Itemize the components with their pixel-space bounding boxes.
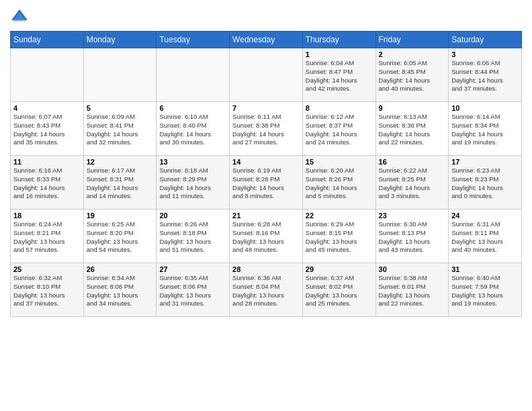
calendar: SundayMondayTuesdayWednesdayThursdayFrid…: [10, 31, 522, 317]
day-number: 18: [13, 212, 81, 220]
day-number: 17: [451, 158, 519, 166]
day-info: Sunrise: 6:20 AM Sunset: 8:26 PM Dayligh…: [306, 167, 373, 201]
calendar-cell: 28Sunrise: 6:36 AM Sunset: 8:04 PM Dayli…: [230, 263, 303, 317]
day-number: 29: [306, 265, 373, 273]
calendar-cell: [230, 48, 303, 102]
calendar-cell: 30Sunrise: 6:38 AM Sunset: 8:01 PM Dayli…: [375, 263, 449, 317]
calendar-cell: 21Sunrise: 6:28 AM Sunset: 8:16 PM Dayli…: [230, 210, 303, 263]
day-number: 24: [451, 212, 519, 220]
week-row-3: 11Sunrise: 6:16 AM Sunset: 8:33 PM Dayli…: [11, 156, 522, 210]
day-number: 30: [379, 265, 446, 273]
day-number: 12: [87, 158, 154, 166]
calendar-cell: 2Sunrise: 6:05 AM Sunset: 8:45 PM Daylig…: [375, 48, 449, 102]
day-header-saturday: Saturday: [449, 32, 522, 48]
calendar-cell: 24Sunrise: 6:31 AM Sunset: 8:11 PM Dayli…: [449, 210, 522, 263]
day-info: Sunrise: 6:10 AM Sunset: 8:40 PM Dayligh…: [159, 113, 226, 147]
day-info: Sunrise: 6:05 AM Sunset: 8:45 PM Dayligh…: [379, 59, 446, 93]
day-info: Sunrise: 6:06 AM Sunset: 8:44 PM Dayligh…: [451, 59, 519, 93]
day-info: Sunrise: 6:19 AM Sunset: 8:28 PM Dayligh…: [232, 167, 300, 201]
day-info: Sunrise: 6:37 AM Sunset: 8:02 PM Dayligh…: [306, 274, 373, 308]
day-info: Sunrise: 6:32 AM Sunset: 8:10 PM Dayligh…: [13, 274, 81, 308]
day-number: 11: [13, 158, 81, 166]
day-info: Sunrise: 6:25 AM Sunset: 8:20 PM Dayligh…: [87, 220, 154, 255]
day-header-friday: Friday: [375, 32, 449, 48]
day-info: Sunrise: 6:26 AM Sunset: 8:18 PM Dayligh…: [159, 220, 226, 255]
day-info: Sunrise: 6:38 AM Sunset: 8:01 PM Dayligh…: [379, 274, 446, 308]
day-number: 31: [451, 265, 519, 273]
day-info: Sunrise: 6:11 AM Sunset: 8:38 PM Dayligh…: [232, 113, 300, 147]
day-number: 13: [159, 158, 226, 166]
calendar-cell: 12Sunrise: 6:17 AM Sunset: 8:31 PM Dayli…: [83, 156, 157, 210]
day-info: Sunrise: 6:29 AM Sunset: 8:15 PM Dayligh…: [306, 220, 373, 255]
calendar-cell: 15Sunrise: 6:20 AM Sunset: 8:26 PM Dayli…: [302, 156, 375, 210]
logo-icon: [10, 7, 29, 26]
calendar-cell: 18Sunrise: 6:24 AM Sunset: 8:21 PM Dayli…: [11, 210, 84, 263]
day-info: Sunrise: 6:12 AM Sunset: 8:37 PM Dayligh…: [306, 113, 373, 147]
header-row: SundayMondayTuesdayWednesdayThursdayFrid…: [11, 32, 522, 48]
day-info: Sunrise: 6:17 AM Sunset: 8:31 PM Dayligh…: [87, 167, 154, 201]
calendar-cell: 4Sunrise: 6:07 AM Sunset: 8:43 PM Daylig…: [11, 102, 84, 156]
day-number: 6: [159, 104, 226, 112]
calendar-cell: 10Sunrise: 6:14 AM Sunset: 8:34 PM Dayli…: [449, 102, 522, 156]
calendar-cell: 16Sunrise: 6:22 AM Sunset: 8:25 PM Dayli…: [375, 156, 449, 210]
day-info: Sunrise: 6:09 AM Sunset: 8:41 PM Dayligh…: [87, 113, 154, 147]
day-number: 23: [379, 212, 446, 220]
week-row-5: 25Sunrise: 6:32 AM Sunset: 8:10 PM Dayli…: [11, 263, 522, 317]
day-info: Sunrise: 6:24 AM Sunset: 8:21 PM Dayligh…: [13, 220, 81, 255]
day-header-wednesday: Wednesday: [230, 32, 303, 48]
page: SundayMondayTuesdayWednesdayThursdayFrid…: [0, 0, 532, 411]
day-header-tuesday: Tuesday: [157, 32, 230, 48]
day-info: Sunrise: 6:40 AM Sunset: 7:59 PM Dayligh…: [451, 274, 519, 308]
week-row-1: 1Sunrise: 6:04 AM Sunset: 8:47 PM Daylig…: [11, 48, 522, 102]
calendar-cell: 25Sunrise: 6:32 AM Sunset: 8:10 PM Dayli…: [11, 263, 84, 317]
week-row-4: 18Sunrise: 6:24 AM Sunset: 8:21 PM Dayli…: [11, 210, 522, 263]
calendar-cell: 14Sunrise: 6:19 AM Sunset: 8:28 PM Dayli…: [230, 156, 303, 210]
day-info: Sunrise: 6:04 AM Sunset: 8:47 PM Dayligh…: [306, 59, 373, 93]
calendar-cell: 20Sunrise: 6:26 AM Sunset: 8:18 PM Dayli…: [157, 210, 230, 263]
calendar-cell: 27Sunrise: 6:35 AM Sunset: 8:06 PM Dayli…: [157, 263, 230, 317]
day-number: 5: [87, 104, 154, 112]
day-info: Sunrise: 6:35 AM Sunset: 8:06 PM Dayligh…: [159, 274, 226, 308]
day-number: 19: [87, 212, 154, 220]
day-header-monday: Monday: [83, 32, 157, 48]
day-number: 27: [159, 265, 226, 273]
day-number: 15: [306, 158, 373, 166]
day-info: Sunrise: 6:31 AM Sunset: 8:11 PM Dayligh…: [451, 220, 519, 255]
day-info: Sunrise: 6:34 AM Sunset: 8:08 PM Dayligh…: [87, 274, 154, 308]
day-info: Sunrise: 6:36 AM Sunset: 8:04 PM Dayligh…: [232, 274, 300, 308]
day-number: 25: [13, 265, 81, 273]
day-info: Sunrise: 6:30 AM Sunset: 8:13 PM Dayligh…: [379, 220, 446, 255]
calendar-cell: [157, 48, 230, 102]
calendar-cell: 22Sunrise: 6:29 AM Sunset: 8:15 PM Dayli…: [302, 210, 375, 263]
day-info: Sunrise: 6:16 AM Sunset: 8:33 PM Dayligh…: [13, 167, 81, 201]
day-info: Sunrise: 6:18 AM Sunset: 8:29 PM Dayligh…: [159, 167, 226, 201]
day-number: 2: [379, 50, 446, 58]
calendar-cell: [11, 48, 84, 102]
day-header-sunday: Sunday: [11, 32, 84, 48]
calendar-cell: 29Sunrise: 6:37 AM Sunset: 8:02 PM Dayli…: [302, 263, 375, 317]
day-info: Sunrise: 6:22 AM Sunset: 8:25 PM Dayligh…: [379, 167, 446, 201]
day-number: 16: [379, 158, 446, 166]
day-number: 3: [451, 50, 519, 58]
day-number: 26: [87, 265, 154, 273]
day-number: 1: [306, 50, 373, 58]
calendar-cell: 17Sunrise: 6:23 AM Sunset: 8:23 PM Dayli…: [449, 156, 522, 210]
calendar-cell: 11Sunrise: 6:16 AM Sunset: 8:33 PM Dayli…: [11, 156, 84, 210]
day-info: Sunrise: 6:23 AM Sunset: 8:23 PM Dayligh…: [451, 167, 519, 201]
day-header-thursday: Thursday: [302, 32, 375, 48]
day-number: 8: [306, 104, 373, 112]
calendar-cell: 19Sunrise: 6:25 AM Sunset: 8:20 PM Dayli…: [83, 210, 157, 263]
week-row-2: 4Sunrise: 6:07 AM Sunset: 8:43 PM Daylig…: [11, 102, 522, 156]
day-number: 28: [232, 265, 300, 273]
calendar-cell: 5Sunrise: 6:09 AM Sunset: 8:41 PM Daylig…: [83, 102, 157, 156]
calendar-cell: 31Sunrise: 6:40 AM Sunset: 7:59 PM Dayli…: [449, 263, 522, 317]
calendar-cell: 9Sunrise: 6:13 AM Sunset: 8:36 PM Daylig…: [375, 102, 449, 156]
day-info: Sunrise: 6:28 AM Sunset: 8:16 PM Dayligh…: [232, 220, 300, 255]
day-number: 20: [159, 212, 226, 220]
calendar-cell: 26Sunrise: 6:34 AM Sunset: 8:08 PM Dayli…: [83, 263, 157, 317]
day-number: 14: [232, 158, 300, 166]
day-info: Sunrise: 6:14 AM Sunset: 8:34 PM Dayligh…: [451, 113, 519, 147]
day-number: 9: [379, 104, 446, 112]
calendar-cell: 8Sunrise: 6:12 AM Sunset: 8:37 PM Daylig…: [302, 102, 375, 156]
day-number: 22: [306, 212, 373, 220]
